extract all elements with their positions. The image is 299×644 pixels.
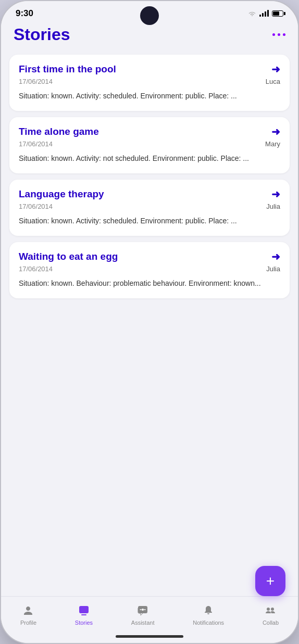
nav-profile[interactable]: Profile xyxy=(14,602,43,628)
nav-stories-label: Stories xyxy=(75,620,93,626)
card-top-row: Language therapy ➜ xyxy=(19,188,280,200)
card-title: Language therapy xyxy=(19,188,104,200)
card-author: Mary xyxy=(265,140,280,148)
arrow-icon: ➜ xyxy=(271,125,280,138)
card-meta-row: 17/06/2014 Luca xyxy=(19,78,280,85)
more-button[interactable] xyxy=(272,33,285,36)
nav-stories[interactable]: Stories xyxy=(69,602,99,628)
nav-assistant[interactable]: Assistant xyxy=(125,602,161,628)
card-date: 17/06/2014 xyxy=(19,203,53,210)
svg-rect-3 xyxy=(81,610,83,611)
arrow-icon: ➜ xyxy=(271,250,280,263)
nav-notifications[interactable]: Notifications xyxy=(186,602,230,628)
story-card-1[interactable]: Time alone game ➜ 17/06/2014 Mary Situat… xyxy=(9,117,290,173)
fab-plus-icon: + xyxy=(266,574,275,588)
story-card-3[interactable]: Waiting to eat an egg ➜ 17/06/2014 Julia… xyxy=(9,242,290,298)
signal-icon xyxy=(259,10,269,17)
card-author: Julia xyxy=(266,203,280,210)
svg-rect-2 xyxy=(81,608,85,609)
card-top-row: Waiting to eat an egg ➜ xyxy=(19,250,280,263)
dot-menu-1 xyxy=(272,33,275,36)
nav-notifications-label: Notifications xyxy=(193,620,224,626)
nav-collab[interactable]: Collab xyxy=(256,602,285,628)
card-date: 17/06/2014 xyxy=(19,265,53,273)
assistant-icon xyxy=(136,604,150,617)
svg-rect-0 xyxy=(79,606,89,613)
svg-point-7 xyxy=(271,608,274,611)
arrow-icon: ➜ xyxy=(271,63,280,75)
svg-point-6 xyxy=(267,608,270,611)
story-card-2[interactable]: Language therapy ➜ 17/06/2014 Julia Situ… xyxy=(9,180,290,236)
status-time: 9:30 xyxy=(16,8,33,19)
nav-collab-label: Collab xyxy=(263,620,279,626)
notifications-icon xyxy=(202,604,215,617)
add-story-button[interactable]: + xyxy=(255,566,285,596)
card-body: Situation: known. Activity: not schedule… xyxy=(19,153,280,164)
card-top-row: First time in the pool ➜ xyxy=(19,63,280,75)
card-author: Luca xyxy=(266,78,280,85)
collab-icon xyxy=(264,604,277,617)
nav-profile-label: Profile xyxy=(20,620,36,626)
dot-menu-3 xyxy=(283,33,285,36)
card-meta-row: 17/06/2014 Julia xyxy=(19,265,280,273)
home-bar xyxy=(116,635,183,638)
card-top-row: Time alone game ➜ xyxy=(19,125,280,138)
home-indicator xyxy=(1,632,298,643)
arrow-icon: ➜ xyxy=(271,188,280,200)
battery-icon xyxy=(272,10,283,17)
card-title: Time alone game xyxy=(19,126,99,137)
svg-point-5 xyxy=(142,609,144,611)
card-body: Situation: known. Activity: scheduled. E… xyxy=(19,216,280,226)
card-date: 17/06/2014 xyxy=(19,78,53,85)
card-meta-row: 17/06/2014 Mary xyxy=(19,140,280,148)
card-title: First time in the pool xyxy=(19,64,116,75)
status-icons xyxy=(248,10,283,17)
svg-rect-1 xyxy=(81,614,86,615)
story-card-0[interactable]: First time in the pool ➜ 17/06/2014 Luca… xyxy=(9,55,290,111)
card-body: Situation: known. Behaviour: problematic… xyxy=(19,278,280,289)
app-header: Stories xyxy=(1,23,298,50)
wifi-icon xyxy=(248,10,256,17)
profile-icon xyxy=(21,604,35,617)
card-author: Julia xyxy=(266,265,280,273)
stories-list: First time in the pool ➜ 17/06/2014 Luca… xyxy=(1,50,298,596)
stories-icon xyxy=(77,604,91,617)
card-title: Waiting to eat an egg xyxy=(19,251,118,262)
card-body: Situation: known. Activity: scheduled. E… xyxy=(19,91,280,102)
camera-notch xyxy=(140,6,159,25)
dot-menu-2 xyxy=(278,33,280,36)
bottom-navigation: Profile Stories xyxy=(1,596,298,632)
card-meta-row: 17/06/2014 Julia xyxy=(19,203,280,210)
card-date: 17/06/2014 xyxy=(19,140,53,148)
phone-frame: 9:30 Stories xyxy=(0,0,299,644)
page-title: Stories xyxy=(14,25,70,44)
nav-assistant-label: Assistant xyxy=(131,620,155,626)
